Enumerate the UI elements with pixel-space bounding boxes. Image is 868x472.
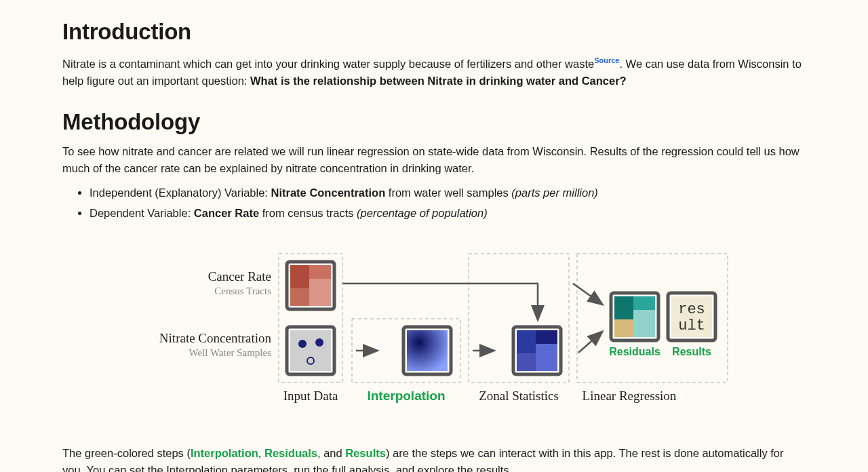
list-item: Independent (Explanatory) Variable: Nitr…: [90, 183, 806, 202]
intro-question: What is the relationship between Nitrate…: [250, 75, 627, 87]
svg-rect-19: [517, 353, 536, 371]
result-text-line1: res: [678, 301, 705, 318]
introduction-heading: Introduction: [62, 19, 806, 45]
list-item: Dependent Variable: Cancer Rate from cen…: [90, 203, 806, 222]
svg-rect-24: [633, 310, 655, 337]
results-keyword: Results: [345, 447, 386, 459]
residuals-keyword: Residuals: [264, 447, 317, 459]
methodology-heading: Methodology: [62, 109, 806, 135]
result-text-line2: ult: [678, 317, 705, 334]
residuals-tile-icon: [611, 293, 658, 340]
zonal-tile-icon: [513, 327, 561, 374]
cancer-rate-sub: Census Tracts: [214, 286, 271, 296]
interpolation-tile-icon: [403, 327, 451, 374]
footer-paragraph: The green-colored steps (Interpolation, …: [62, 445, 806, 472]
step-linreg-label: Linear Regression: [583, 389, 677, 403]
step-interp-label: Interpolation: [367, 389, 445, 403]
cancer-rate-label: Cancer Rate: [208, 269, 271, 283]
svg-rect-5: [309, 279, 331, 306]
arrow-icon: [342, 283, 538, 319]
interpolation-keyword: Interpolation: [191, 447, 258, 459]
svg-rect-22: [614, 296, 633, 319]
residuals-label: Residuals: [609, 346, 660, 357]
variable-list: Independent (Explanatory) Variable: Nitr…: [90, 183, 806, 222]
results-label: Results: [672, 346, 711, 357]
methodology-section: Methodology To see how nitrate and cance…: [62, 109, 806, 472]
methodology-diagram: Cancer Rate Census Tracts Nitrate Concen…: [62, 245, 806, 415]
step-input-label: Input Data: [283, 389, 338, 403]
workflow-svg: Cancer Rate Census Tracts Nitrate Concen…: [139, 245, 729, 415]
svg-rect-23: [633, 296, 655, 310]
svg-rect-25: [614, 319, 633, 337]
svg-rect-16: [517, 330, 536, 353]
introduction-paragraph: Nitrate is a contaminant which can get i…: [62, 53, 806, 90]
svg-point-10: [315, 338, 323, 347]
result-tile-icon: res ult: [668, 293, 715, 340]
svg-rect-4: [309, 265, 331, 279]
nitrate-label: Nitrate Concentration: [159, 331, 272, 345]
cancer-rate-tile-icon: [287, 262, 334, 309]
svg-point-9: [298, 340, 307, 348]
svg-rect-18: [536, 344, 557, 371]
methodology-paragraph: To see how nitrate and cancer are relate…: [62, 143, 806, 178]
step-zonal-label: Zonal Statistics: [479, 389, 559, 403]
nitrate-tile-icon: [287, 327, 334, 374]
svg-rect-13: [407, 330, 448, 371]
svg-rect-3: [290, 265, 309, 288]
svg-rect-17: [536, 330, 557, 344]
arrow-icon: [578, 332, 601, 353]
svg-rect-6: [290, 288, 309, 306]
nitrate-sub: Well Water Samples: [189, 347, 272, 358]
introduction-section: Introduction Nitrate is a contaminant wh…: [62, 19, 806, 90]
source-link[interactable]: Source: [594, 56, 619, 64]
